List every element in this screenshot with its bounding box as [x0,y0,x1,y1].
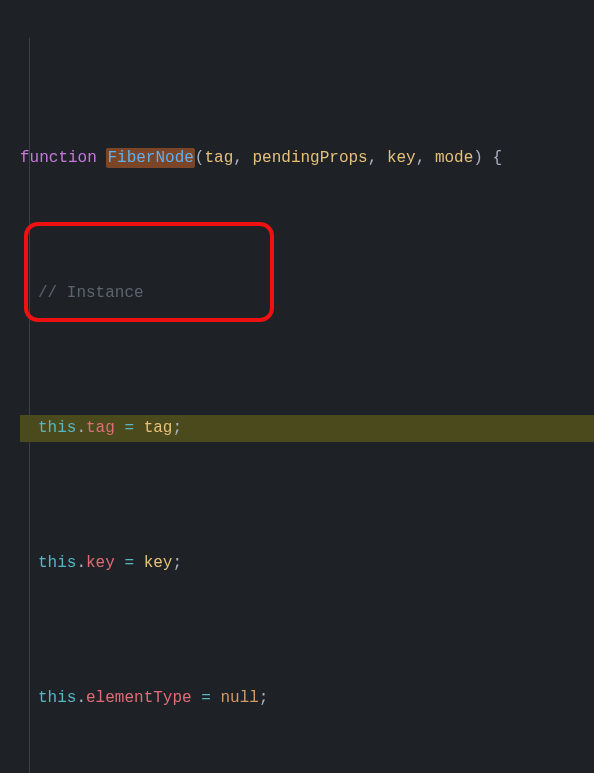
code-line: function FiberNode(tag, pendingProps, ke… [20,145,594,172]
code-editor[interactable]: function FiberNode(tag, pendingProps, ke… [0,0,594,773]
comment: // Instance [38,284,144,302]
code-line: this.elementType = null; [20,685,594,712]
keyword-function: function [20,149,97,167]
fn-name: FiberNode [106,148,194,168]
code-line: // Instance [20,280,594,307]
code-line: this.key = key; [20,550,594,577]
code-line-highlighted: this.tag = tag; [20,415,594,442]
highlight-box [24,222,274,322]
